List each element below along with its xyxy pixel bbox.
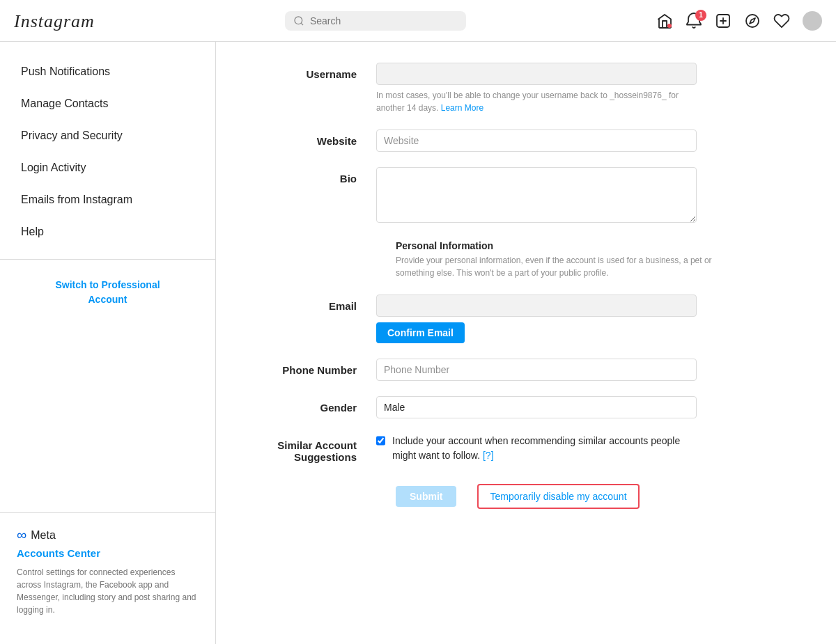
main-content: Username In most cases, you'll be able t… bbox=[216, 42, 815, 644]
bio-field bbox=[376, 167, 697, 225]
email-row: Email Confirm Email bbox=[258, 294, 787, 343]
website-input[interactable] bbox=[376, 129, 697, 152]
create-icon[interactable] bbox=[715, 13, 732, 29]
svg-line-1 bbox=[301, 23, 303, 25]
submit-button[interactable]: Submit bbox=[396, 486, 456, 507]
profile-avatar[interactable] bbox=[803, 11, 822, 31]
gender-field bbox=[376, 396, 697, 418]
search-input[interactable] bbox=[310, 15, 458, 26]
search-icon bbox=[293, 15, 304, 26]
home-icon[interactable] bbox=[656, 13, 673, 29]
website-row: Website bbox=[258, 129, 787, 152]
sidebar-item-help[interactable]: Help bbox=[0, 216, 215, 248]
email-input[interactable] bbox=[376, 294, 697, 317]
phone-row: Phone Number bbox=[258, 359, 787, 381]
username-label: Username bbox=[258, 63, 376, 80]
sidebar-item-manage-contacts[interactable]: Manage Contacts bbox=[0, 88, 215, 120]
similar-accounts-row: Similar Account Suggestions Include your… bbox=[258, 434, 787, 463]
meta-logo-text: Meta bbox=[31, 529, 56, 542]
sidebar-item-emails[interactable]: Emails from Instagram bbox=[0, 184, 215, 216]
notification-badge: 1 bbox=[695, 10, 706, 21]
instagram-logo: Instagram bbox=[14, 10, 95, 32]
sidebar-item-privacy-security[interactable]: Privacy and Security bbox=[0, 120, 215, 152]
navbar: Instagram 1 bbox=[0, 0, 836, 42]
gender-input[interactable] bbox=[376, 396, 697, 418]
gender-label: Gender bbox=[258, 396, 376, 414]
phone-field bbox=[376, 359, 697, 381]
gender-row: Gender bbox=[258, 396, 787, 418]
meta-description: Control settings for connected experienc… bbox=[17, 566, 199, 616]
email-field-container: Confirm Email bbox=[376, 294, 697, 343]
phone-input[interactable] bbox=[376, 359, 697, 381]
similar-accounts-checkbox-label: Include your account when recommending s… bbox=[392, 434, 697, 463]
similar-accounts-field: Include your account when recommending s… bbox=[376, 434, 697, 463]
sidebar-item-login-activity[interactable]: Login Activity bbox=[0, 152, 215, 184]
notifications-icon[interactable]: 1 bbox=[686, 13, 702, 29]
disable-account-link[interactable]: Temporarily disable my account bbox=[477, 484, 639, 509]
meta-logo: ∞ Meta bbox=[17, 527, 199, 543]
username-field: In most cases, you'll be able to change … bbox=[376, 63, 697, 114]
similar-accounts-help-link[interactable]: [?] bbox=[483, 450, 494, 461]
confirm-email-button[interactable]: Confirm Email bbox=[376, 322, 465, 343]
bio-label: Bio bbox=[258, 167, 376, 184]
page-layout: Push Notifications Manage Contacts Priva… bbox=[0, 42, 836, 644]
home-dot bbox=[667, 24, 672, 28]
sidebar-divider bbox=[0, 259, 215, 260]
username-input[interactable] bbox=[376, 63, 697, 85]
bio-textarea[interactable] bbox=[376, 167, 697, 223]
username-row: Username In most cases, you'll be able t… bbox=[258, 63, 787, 114]
bio-row: Bio bbox=[258, 167, 787, 225]
meta-infinity-icon: ∞ bbox=[17, 527, 26, 543]
similar-accounts-label: Similar Account Suggestions bbox=[258, 434, 376, 463]
search-bar[interactable] bbox=[285, 11, 466, 31]
username-hint: In most cases, you'll be able to change … bbox=[376, 89, 697, 114]
phone-label: Phone Number bbox=[258, 359, 376, 376]
action-row: Submit Temporarily disable my account bbox=[258, 484, 787, 509]
sidebar-item-push-notifications[interactable]: Push Notifications bbox=[0, 56, 215, 88]
accounts-center-link[interactable]: Accounts Center bbox=[17, 547, 199, 559]
website-field bbox=[376, 129, 697, 152]
meta-section: ∞ Meta Accounts Center Control settings … bbox=[0, 512, 215, 630]
similar-checkbox-row: Include your account when recommending s… bbox=[376, 434, 697, 463]
personal-info-block: Personal Information Provide your person… bbox=[258, 240, 787, 279]
email-label: Email bbox=[258, 294, 376, 312]
similar-accounts-checkbox[interactable] bbox=[376, 435, 385, 446]
explore-icon[interactable] bbox=[744, 13, 761, 29]
likes-icon[interactable] bbox=[773, 13, 790, 29]
switch-professional-button[interactable]: Switch to Professional Account bbox=[0, 271, 215, 314]
svg-point-0 bbox=[295, 17, 302, 24]
svg-point-5 bbox=[746, 15, 759, 27]
website-label: Website bbox=[258, 129, 376, 147]
personal-info-desc: Provide your personal information, even … bbox=[396, 254, 716, 279]
personal-info-title: Personal Information bbox=[396, 240, 787, 251]
nav-icons: 1 bbox=[656, 11, 822, 31]
learn-more-link[interactable]: Learn More bbox=[441, 103, 483, 113]
sidebar: Push Notifications Manage Contacts Priva… bbox=[0, 42, 216, 644]
